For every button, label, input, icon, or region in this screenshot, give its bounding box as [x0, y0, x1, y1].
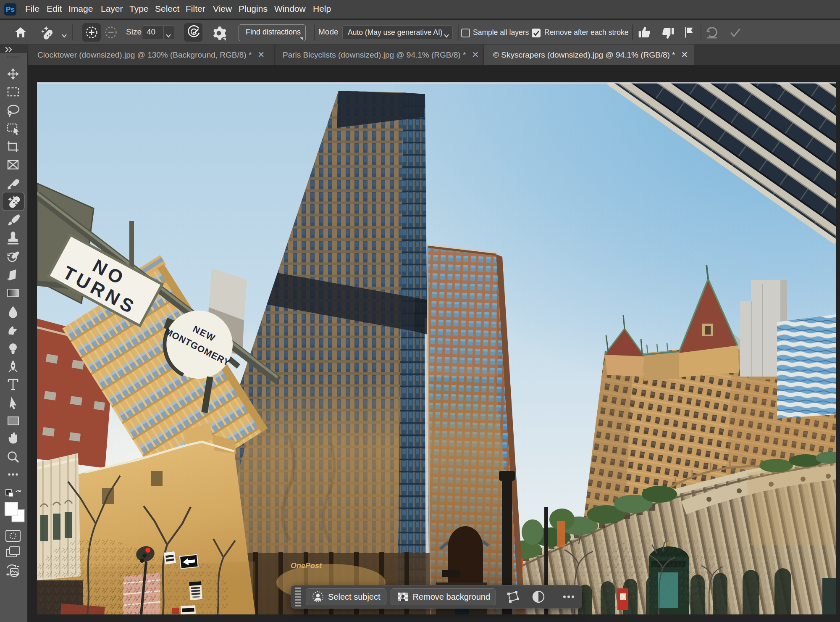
- svg-text:OnePost: OnePost: [291, 561, 322, 570]
